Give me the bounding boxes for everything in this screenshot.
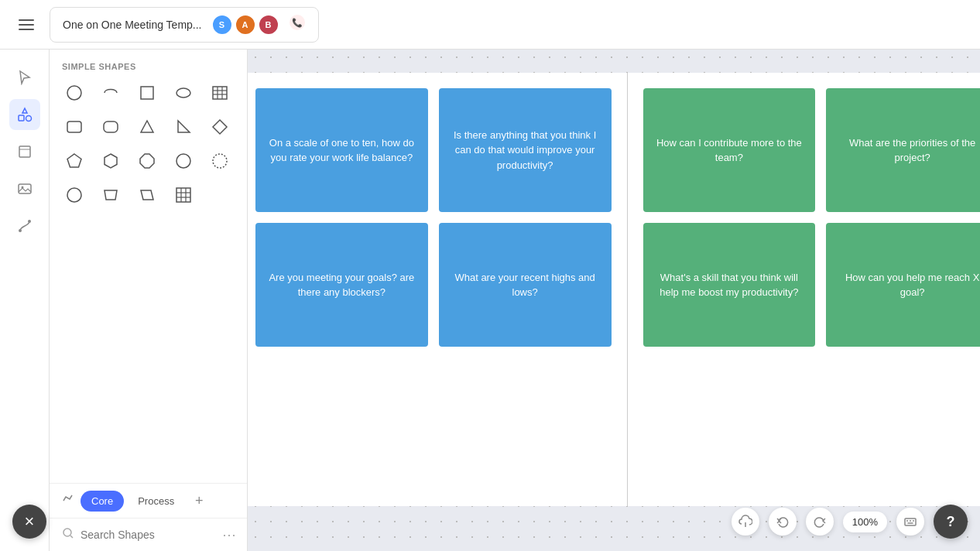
shapes-tool[interactable]: [9, 99, 40, 130]
svg-point-12: [28, 220, 31, 223]
circle4-shape[interactable]: [59, 180, 90, 210]
svg-rect-2: [19, 29, 34, 30]
close-fab-button[interactable]: ×: [12, 505, 46, 539]
title-bar: One on One Meeting Temp... S A B 📞: [50, 7, 319, 43]
cloud-icon: [738, 515, 752, 529]
ellipse-shape[interactable]: [168, 77, 199, 108]
card-green-1[interactable]: How can I contribute more to the team?: [643, 88, 816, 212]
svg-rect-5: [19, 115, 24, 121]
add-tab-button[interactable]: +: [188, 490, 210, 512]
diamond-shape[interactable]: [204, 111, 235, 142]
svg-rect-14: [141, 87, 153, 99]
cloud-save-button[interactable]: [732, 508, 759, 536]
card-green-3[interactable]: What's a skill that you think will help …: [643, 223, 816, 347]
parallelogram-shape[interactable]: [132, 180, 163, 210]
redo-button[interactable]: [806, 508, 834, 536]
shape-tabs-row: Core Process +: [50, 483, 247, 518]
svg-rect-26: [176, 188, 190, 202]
document-title: One on One Meeting Temp...: [63, 19, 202, 31]
redo-icon: [813, 515, 827, 529]
shapes-grid: [50, 77, 247, 210]
rounded-rect2-shape[interactable]: [95, 111, 126, 142]
zoom-level: 100%: [843, 512, 887, 532]
circle-shape[interactable]: [59, 77, 90, 108]
rounded-rect-shape[interactable]: [59, 111, 90, 142]
canvas-area[interactable]: On a scale of one to ten, how do you rat…: [248, 50, 980, 551]
square-shape[interactable]: [132, 77, 163, 108]
canvas-content: On a scale of one to ten, how do you rat…: [248, 73, 980, 506]
card-blue-3[interactable]: Are you meeting your goals? are there an…: [255, 223, 428, 347]
circle3-shape[interactable]: [204, 145, 235, 176]
undo-icon: [776, 515, 790, 529]
svg-point-13: [67, 86, 81, 100]
svg-rect-16: [213, 87, 227, 99]
search-bar: ⋯: [50, 518, 247, 551]
triangle-shape[interactable]: [132, 111, 163, 142]
hexagon-shape[interactable]: [95, 145, 126, 176]
svg-line-32: [70, 536, 73, 538]
svg-rect-7: [19, 146, 30, 157]
octagon-shape[interactable]: [132, 145, 163, 176]
avatar-a: A: [235, 14, 256, 36]
shapes-panel: Simple Shapes Core Process +: [50, 50, 248, 551]
canvas-left-section: On a scale of one to ten, how do you rat…: [248, 73, 628, 506]
table-shape[interactable]: [204, 77, 235, 108]
right-triangle-shape[interactable]: [168, 111, 199, 142]
keyboard-icon: [903, 515, 917, 529]
call-button[interactable]: 📞: [289, 14, 306, 35]
menu-button[interactable]: [12, 11, 40, 39]
left-sidebar: [0, 50, 50, 551]
bottom-controls: 100% ?: [732, 505, 968, 539]
arc-shape[interactable]: [95, 77, 126, 108]
svg-rect-22: [104, 121, 118, 132]
avatar-b: B: [258, 14, 279, 36]
search-icon: [62, 527, 74, 542]
svg-rect-21: [67, 121, 81, 132]
svg-rect-0: [19, 19, 34, 21]
svg-rect-1: [19, 24, 34, 26]
grid-shape[interactable]: [168, 180, 199, 210]
circle2-shape[interactable]: [168, 145, 199, 176]
cursor-tool[interactable]: [9, 62, 40, 93]
svg-rect-9: [19, 184, 31, 193]
svg-point-23: [176, 154, 190, 168]
help-button[interactable]: ?: [934, 505, 968, 539]
svg-rect-34: [905, 518, 916, 525]
connector-tool[interactable]: [9, 210, 40, 241]
phone-icon: 📞: [289, 14, 306, 31]
keyboard-button[interactable]: [896, 508, 924, 536]
image-tool[interactable]: [9, 173, 40, 204]
trapezoid-shape[interactable]: [95, 180, 126, 210]
frame-tool[interactable]: [9, 136, 40, 167]
svg-point-6: [26, 116, 31, 121]
avatar-s: S: [211, 14, 233, 36]
card-green-2[interactable]: What are the priorities of the project?: [826, 88, 980, 212]
card-blue-4[interactable]: What are your recent highs and lows?: [439, 223, 612, 347]
tab-core[interactable]: Core: [81, 491, 124, 512]
tab-icon: [59, 491, 77, 510]
svg-point-11: [19, 229, 22, 232]
topbar: One on One Meeting Temp... S A B 📞: [0, 0, 980, 50]
canvas-right-section: How can I contribute more to the team? W…: [628, 73, 981, 506]
tab-process[interactable]: Process: [127, 491, 185, 512]
section-label: Simple Shapes: [50, 50, 247, 77]
svg-point-15: [176, 88, 190, 98]
undo-button[interactable]: [769, 508, 797, 536]
collaborator-avatars: S A B: [211, 14, 279, 36]
card-blue-1[interactable]: On a scale of one to ten, how do you rat…: [255, 88, 428, 212]
svg-text:📞: 📞: [292, 17, 303, 28]
card-green-4[interactable]: How can you help me reach X goal?: [826, 223, 980, 347]
pentagon-shape[interactable]: [59, 145, 90, 176]
more-options-icon[interactable]: ⋯: [222, 526, 236, 543]
svg-point-24: [213, 154, 227, 168]
svg-point-31: [63, 529, 71, 536]
menu-icon: [19, 17, 34, 33]
search-input[interactable]: [81, 529, 216, 541]
card-blue-2[interactable]: Is there anything that you think I can d…: [439, 88, 612, 212]
svg-point-25: [67, 188, 81, 202]
